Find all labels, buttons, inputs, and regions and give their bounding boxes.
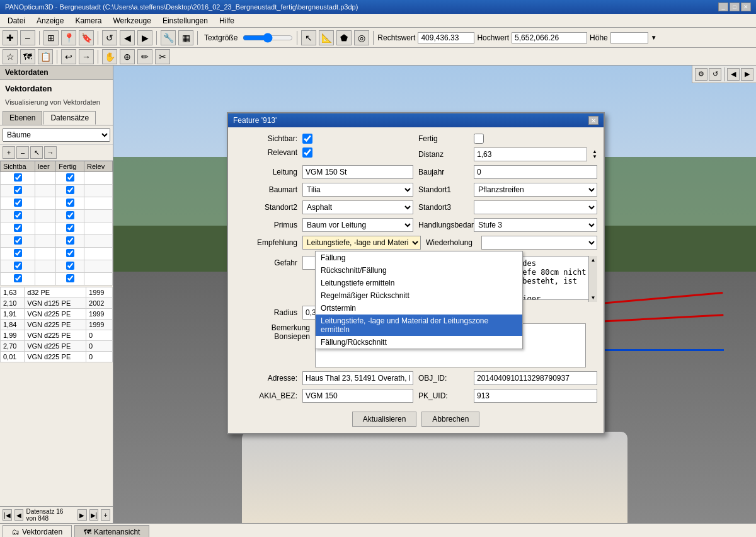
akia-bez-input[interactable] <box>302 389 413 403</box>
tab-ebenen[interactable]: Ebenen <box>3 111 42 125</box>
undo-button[interactable]: ↩ <box>61 49 76 64</box>
nav-next[interactable]: ▶ <box>77 509 87 521</box>
menu-einstellungen[interactable]: Einstellungen <box>158 15 213 26</box>
back-button[interactable]: ◀ <box>120 30 135 45</box>
minimize-button[interactable]: _ <box>718 3 728 11</box>
textarea-scrollbar[interactable]: ▲ ▼ <box>588 256 597 302</box>
fertig-cell-checkbox[interactable] <box>66 262 74 270</box>
distanz-spinner[interactable]: ▲ ▼ <box>592 149 597 159</box>
select-button[interactable]: ⊕ <box>120 49 135 64</box>
nav-add[interactable]: + <box>101 509 110 521</box>
abbrechen-button[interactable]: Abbrechen <box>421 412 479 427</box>
dropdown-item-3[interactable]: Leitungstiefe ermitteln <box>316 277 522 289</box>
left-minus-button[interactable]: – <box>16 146 29 159</box>
standort1-select[interactable]: Pflanzstreifen <box>474 183 597 197</box>
viewer-refresh[interactable]: ↺ <box>709 68 721 81</box>
distanz-input[interactable] <box>474 147 587 161</box>
baumart-select[interactable]: Tilia <box>302 183 413 197</box>
sichtbar-checkbox[interactable] <box>302 134 312 144</box>
menu-anzeige[interactable]: Anzeige <box>32 15 69 26</box>
delete-button[interactable]: ✂ <box>155 49 170 64</box>
scroll-down[interactable]: ▼ <box>591 295 596 301</box>
grid-button[interactable]: ⊞ <box>43 30 59 45</box>
sichtbar-cell-checkbox[interactable] <box>14 211 22 219</box>
nav-last[interactable]: ▶| <box>89 509 99 521</box>
wiederholung-select[interactable] <box>481 236 597 250</box>
tab-vektordaten[interactable]: 🗂 Vektordaten <box>3 525 72 537</box>
polygon-button[interactable]: ⬟ <box>336 30 352 45</box>
menu-werkzeuge[interactable]: Werkzeuge <box>108 15 156 26</box>
pk-uid-input[interactable] <box>474 389 597 403</box>
left-add-button[interactable]: + <box>3 146 15 159</box>
viewer-back[interactable]: ◀ <box>727 68 740 81</box>
aktualisieren-button[interactable]: Aktualisieren <box>352 412 417 427</box>
empfehlung-select[interactable]: Leitungstiefe, -lage und Materi <box>302 236 421 250</box>
viewer-forward[interactable]: ▶ <box>741 68 753 81</box>
distanz-down[interactable]: ▼ <box>592 154 597 159</box>
close-button[interactable]: ✕ <box>741 3 751 11</box>
leitung-input[interactable] <box>302 165 413 179</box>
left-arrow-button[interactable]: → <box>44 146 57 159</box>
bookmark-button[interactable]: 🔖 <box>79 30 94 45</box>
dropdown-item-5[interactable]: Ortstermin <box>316 302 522 315</box>
tab-datensaetze[interactable]: Datensätze <box>43 111 96 125</box>
tool1-button[interactable]: 🔧 <box>161 30 176 45</box>
nav-prev[interactable]: ◀ <box>14 509 24 521</box>
viewer-settings[interactable]: ⚙ <box>695 68 707 81</box>
menu-hilfe[interactable]: Hilfe <box>214 15 239 26</box>
standort2-select[interactable]: Asphalt <box>302 200 413 214</box>
hoehe-input[interactable] <box>610 32 648 43</box>
handlungsbedarf-select[interactable]: Stufe 3 <box>474 218 597 232</box>
dropdown-item-2[interactable]: Rückschnitt/Fällung <box>316 264 522 277</box>
sichtbar-cell-checkbox[interactable] <box>14 199 22 207</box>
forward-button[interactable]: ▶ <box>137 30 152 45</box>
dropdown-item-7[interactable]: Fällung/Rückschnitt <box>316 336 522 349</box>
fertig-cell-checkbox[interactable] <box>66 186 74 194</box>
circle-button[interactable]: ◎ <box>354 30 369 45</box>
fertig-checkbox[interactable] <box>474 134 484 144</box>
dropdown-item-6[interactable]: Leitungstiefe, -lage und Material der Le… <box>316 315 522 336</box>
primus-select[interactable]: Baum vor Leitung <box>302 218 413 232</box>
fertig-cell-checkbox[interactable] <box>66 274 74 282</box>
edit-button[interactable]: ✏ <box>137 49 152 64</box>
fertig-cell-checkbox[interactable] <box>66 224 74 232</box>
arrow-button[interactable]: → <box>79 49 94 64</box>
layer-select[interactable]: Bäume <box>3 128 110 142</box>
cursor-button[interactable]: ↖ <box>301 30 316 45</box>
map-button[interactable]: 🗺 <box>20 49 35 64</box>
pin-button[interactable]: 📍 <box>61 30 76 45</box>
scroll-up[interactable]: ▲ <box>591 257 596 263</box>
sichtbar-cell-checkbox[interactable] <box>14 236 22 245</box>
menu-datei[interactable]: Datei <box>3 15 30 26</box>
move-button[interactable]: ✋ <box>102 49 117 64</box>
nav-first[interactable]: |◀ <box>3 509 12 521</box>
fertig-cell-checkbox[interactable] <box>66 236 74 245</box>
relevant-checkbox[interactable] <box>302 147 312 158</box>
hoehe-arrow[interactable]: ▼ <box>651 34 657 41</box>
sichtbar-cell-checkbox[interactable] <box>14 186 22 194</box>
fertig-cell-checkbox[interactable] <box>66 199 74 207</box>
fertig-cell-checkbox[interactable] <box>66 173 74 182</box>
rechtswert-input[interactable] <box>418 32 474 43</box>
dropdown-item-1[interactable]: Fällung <box>316 251 522 264</box>
remove-button[interactable]: – <box>20 30 35 45</box>
menu-kamera[interactable]: Kamera <box>70 15 106 26</box>
sichtbar-cell-checkbox[interactable] <box>14 249 22 257</box>
tool2-button[interactable]: ▦ <box>178 30 193 45</box>
hochwert-input[interactable] <box>512 32 587 43</box>
fertig-cell-checkbox[interactable] <box>66 249 74 257</box>
adresse-input[interactable] <box>302 371 413 385</box>
copy-button[interactable]: 📋 <box>38 49 53 64</box>
add-button[interactable]: ✚ <box>3 30 18 45</box>
standort3-select[interactable] <box>474 200 597 214</box>
sichtbar-cell-checkbox[interactable] <box>14 173 22 182</box>
sichtbar-cell-checkbox[interactable] <box>14 274 22 282</box>
sichtbar-cell-checkbox[interactable] <box>14 224 22 232</box>
tab-kartenansicht[interactable]: 🗺 Kartenansicht <box>74 525 149 537</box>
maximize-button[interactable]: □ <box>730 3 740 11</box>
dialog-close-button[interactable]: ✕ <box>588 116 598 125</box>
table-container[interactable]: Sichtba leer Fertig Relev 1,63d32 PE1999… <box>0 161 113 506</box>
obj-id-input[interactable] <box>474 371 597 385</box>
baujahr-input[interactable] <box>474 165 597 179</box>
sichtbar-cell-checkbox[interactable] <box>14 262 22 270</box>
